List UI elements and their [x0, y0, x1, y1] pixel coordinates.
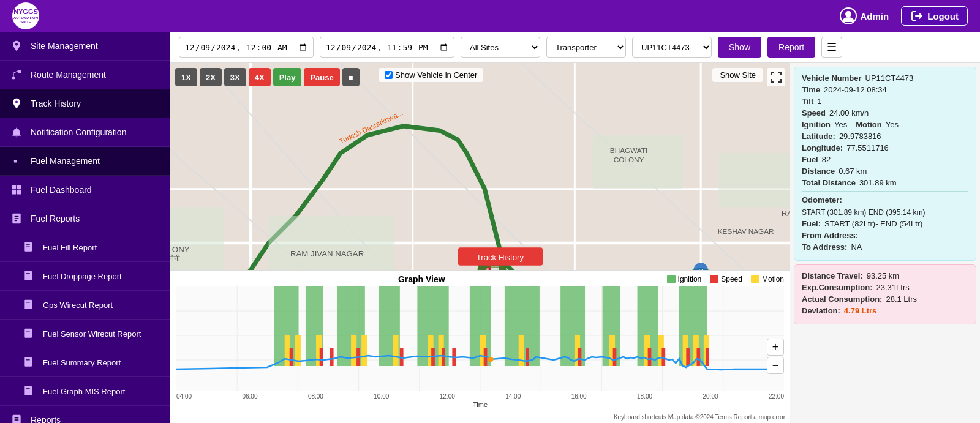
from-address-row: From Address:: [802, 231, 968, 240]
fullscreen-button[interactable]: [767, 68, 785, 86]
svg-rect-23: [24, 357, 32, 367]
sidebar-label-fuel-management: Fuel Management: [31, 156, 100, 166]
menu-button[interactable]: ☰: [821, 37, 842, 58]
fuel-icon: [10, 154, 23, 168]
svg-rect-7: [17, 185, 21, 190]
sidebar-label-fuel-dashboard: Fuel Dashboard: [31, 185, 92, 195]
svg-rect-101: [351, 335, 356, 366]
time-row: Time 2024-09-12 08:34: [802, 85, 968, 94]
svg-text:आज़ाद कॉलोनी: आज़ाद कॉलोनी: [170, 254, 180, 262]
svg-text:Track History: Track History: [477, 253, 524, 262]
svg-rect-130: [696, 348, 700, 366]
speed-3x-button[interactable]: 3X: [224, 68, 246, 86]
fullscreen-icon: [771, 72, 782, 83]
deviation-row: Deviation: 4.79 Ltrs: [802, 306, 968, 315]
fuel-fill-icon: [22, 241, 36, 254]
sidebar-label-fuel-summary-report: Fuel Summary Report: [43, 358, 121, 367]
graph-header: Graph View Ignition Speed: [176, 274, 784, 284]
dashboard-icon: [10, 183, 23, 197]
vehicle-select[interactable]: UP11CT4473: [632, 37, 712, 58]
svg-rect-125: [578, 348, 582, 366]
vehicle-info-card: Vehicle Number UP11CT4473 Time 2024-09-1…: [794, 67, 976, 261]
sidebar-label-track-history: Track History: [31, 99, 81, 108]
sidebar-item-site-management[interactable]: Site Management: [0, 32, 170, 61]
ignition-legend-box: [667, 275, 676, 283]
map-container: 1X 2X 3X 4X Play Pause ■ Show Vehicle in…: [170, 63, 790, 423]
sidebar-item-notification-configuration[interactable]: Notification Configuration: [0, 118, 170, 147]
latitude-row: Latitude: 29.9783816: [802, 132, 968, 141]
svg-text:COLONY: COLONY: [614, 155, 644, 163]
zoom-in-button[interactable]: +: [767, 339, 784, 356]
legend-ignition: Ignition: [667, 275, 702, 283]
sidebar-item-route-management[interactable]: Route Management: [0, 61, 170, 89]
fuel-range-row: Fuel: START (82Ltr)- END (54Ltr): [802, 219, 968, 228]
playback-controls: 1X 2X 3X 4X Play Pause ■: [175, 68, 360, 86]
svg-rect-127: [648, 348, 652, 366]
logo-circle: NYGGS AUTOMATION SUITE: [12, 2, 39, 29]
svg-rect-115: [290, 348, 293, 366]
svg-rect-131: [706, 348, 709, 366]
report-button[interactable]: Report: [767, 37, 815, 58]
consumption-info-card: Distance Travel: 93.25 km Exp.Consumptio…: [794, 264, 976, 324]
show-vehicle-center-checkbox[interactable]: [385, 71, 393, 79]
svg-rect-21: [24, 329, 32, 338]
header-user[interactable]: Admin: [840, 7, 889, 24]
sidebar-label-gps-wirecut-report: Gps Wirecut Report: [43, 301, 113, 310]
sidebar-label-route-management: Route Management: [31, 70, 106, 80]
zoom-controls: + −: [767, 339, 784, 374]
transporter-select[interactable]: Transporter: [546, 37, 626, 58]
sidebar-label-notification-configuration: Notification Configuration: [31, 127, 126, 137]
summary-icon: [22, 356, 36, 369]
show-vehicle-center-label[interactable]: Show Vehicle in Center: [385, 70, 477, 80]
svg-rect-46: [719, 153, 790, 207]
show-site-button[interactable]: Show Site: [712, 68, 763, 82]
sidebar-item-fuel-reports[interactable]: Fuel Reports: [0, 204, 170, 233]
sidebar-item-reports[interactable]: Reports: [0, 406, 170, 423]
sites-select[interactable]: All Sites: [461, 37, 540, 58]
sidebar-item-fuel-sensor-wirecut-report[interactable]: Fuel Sensor Wirecut Report: [0, 320, 170, 348]
svg-rect-102: [361, 335, 367, 366]
svg-text:BHAGWATI: BHAGWATI: [610, 146, 647, 154]
svg-rect-8: [12, 190, 17, 195]
sidebar-item-track-history[interactable]: Track History: [0, 89, 170, 118]
sensor-icon: [22, 327, 36, 340]
logout-icon: [910, 9, 924, 23]
pause-button[interactable]: Pause: [304, 68, 339, 86]
sidebar-label-fuel-reports: Fuel Reports: [31, 214, 80, 223]
sidebar-item-fuel-dashboard[interactable]: Fuel Dashboard: [0, 176, 170, 204]
ignition-legend-label: Ignition: [678, 275, 702, 283]
ignition-motion-row: Ignition Yes Motion Yes: [802, 120, 968, 129]
sidebar-item-fuel-summary-report[interactable]: Fuel Summary Report: [0, 348, 170, 377]
date-from-input[interactable]: [179, 37, 314, 58]
reports-icon: [10, 413, 23, 423]
logout-button[interactable]: Logout: [901, 6, 968, 26]
graph-x-labels: 04:00 06:00 08:00 10:00 12:00 14:00 16:0…: [176, 393, 784, 400]
svg-rect-98: [285, 335, 290, 366]
date-to-input[interactable]: [320, 37, 454, 58]
to-address-row: To Address: NA: [802, 242, 968, 252]
speed-legend-box: [710, 275, 718, 283]
play-button[interactable]: Play: [273, 68, 302, 86]
speed-1x-button[interactable]: 1X: [175, 68, 197, 86]
svg-text:AZAD COLONY: AZAD COLONY: [170, 245, 190, 254]
sidebar-item-fuel-management[interactable]: Fuel Management: [0, 147, 170, 176]
svg-rect-116: [320, 348, 323, 366]
header: NYGGS AUTOMATION SUITE Admin Logout: [0, 0, 980, 32]
speed-2x-button[interactable]: 2X: [200, 68, 222, 86]
graph-icon: [22, 384, 36, 398]
sidebar-item-fuel-graph-mis-report[interactable]: Fuel Graph MIS Report: [0, 377, 170, 406]
sidebar-item-fuel-droppage-report[interactable]: Fuel Droppage Report: [0, 262, 170, 291]
graph-legend: Ignition Speed Motion: [667, 275, 784, 283]
sidebar-label-fuel-graph-mis-report: Fuel Graph MIS Report: [43, 387, 125, 396]
show-button[interactable]: Show: [718, 37, 761, 58]
stop-button[interactable]: ■: [342, 68, 360, 86]
svg-point-1: [845, 11, 851, 17]
svg-rect-9: [17, 190, 21, 195]
sidebar-item-gps-wirecut-report[interactable]: Gps Wirecut Report: [0, 291, 170, 320]
speed-4x-button[interactable]: 4X: [249, 68, 271, 86]
legend-speed: Speed: [710, 275, 742, 283]
vehicle-number-row: Vehicle Number UP11CT4473: [802, 73, 968, 83]
content: All Sites Transporter UP11CT4473 Show Re…: [170, 32, 980, 423]
sidebar-item-fuel-fill-report[interactable]: Fuel Fill Report: [0, 233, 170, 262]
zoom-out-button[interactable]: −: [767, 357, 784, 374]
